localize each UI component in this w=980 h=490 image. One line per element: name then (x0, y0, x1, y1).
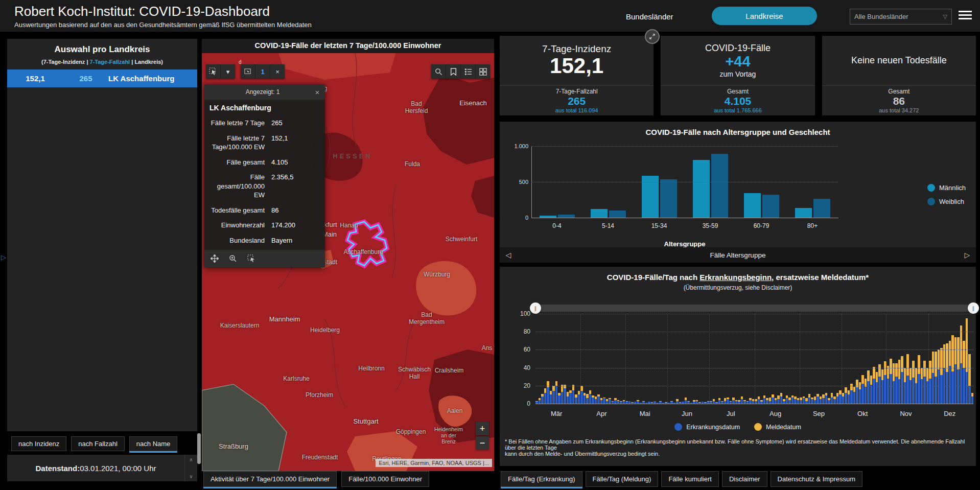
nav-landkreise-button[interactable]: Landkreise (712, 7, 817, 25)
chart-tab-disclaimer[interactable]: Disclaimer (722, 471, 767, 487)
map-label: Karlsruhe (283, 375, 309, 382)
map-canvas[interactable]: arburgBad HersfeldEisenachHESSENFuldakfu… (202, 53, 494, 471)
daily-bar (690, 403, 693, 404)
chevron-down-icon[interactable]: ▾ (221, 64, 235, 79)
chart-tab-f-lle-kumuliert[interactable]: Fälle kumuliert (661, 471, 719, 487)
daily-bar (584, 393, 586, 404)
daily-bar (651, 402, 654, 404)
daily-bar (685, 398, 687, 404)
daily-bar (640, 403, 642, 404)
daily-bar (547, 381, 549, 404)
meldedatum-segment (842, 393, 845, 396)
map-attribution: Esri, HERE, Garmin, FAO, NOAA, USGS |... (376, 459, 492, 467)
legend-dot (674, 423, 682, 431)
x-tick-label: Sep (813, 410, 825, 417)
menu-icon[interactable] (959, 11, 972, 21)
map-label: Heidenheim an der Brenz (434, 426, 463, 445)
erkrankung-segment (968, 386, 971, 404)
bookmark-icon[interactable] (446, 64, 461, 79)
chart-tab-f-lle-tag-meldung-[interactable]: Fälle/Tag (Meldung) (586, 471, 659, 487)
erkrankung-segment (833, 399, 836, 404)
daily-bar (850, 384, 853, 404)
sidebar-tab-nach-inzidenz[interactable]: nach Inzidenz (11, 436, 66, 451)
scroll-down-icon[interactable]: ∨ (189, 474, 193, 479)
erkrankung-segment (702, 402, 704, 404)
zoom-to-icon[interactable] (229, 254, 237, 263)
carousel-right-icon[interactable]: ▷ (959, 251, 976, 259)
legend-label: Männlich (939, 184, 966, 192)
erkrankung-segment (816, 396, 819, 404)
zoom-in-button[interactable]: + (476, 422, 489, 435)
carousel-left-icon[interactable]: ◁ (500, 251, 517, 259)
ts-chart-title: COVID-19-Fälle/Tag nach Erkrankungsbegin… (500, 273, 976, 282)
daily-bar (780, 393, 783, 404)
age-chart-title: COVID-19-Fälle nach Altersgruppe und Ges… (500, 128, 976, 136)
daily-bar (623, 400, 625, 404)
ts-chart-legend: ErkrankungsdatumMeldedatum (500, 423, 976, 431)
meldedatum-segment (915, 368, 918, 383)
legend-list-icon[interactable] (461, 64, 476, 79)
bundesland-select-value: Alle Bundesländer (854, 13, 908, 20)
daily-bar (901, 356, 903, 404)
scroll-up-icon[interactable]: ∧ (189, 457, 193, 462)
select-feature-icon[interactable] (247, 254, 255, 263)
basemap-grid-icon[interactable] (476, 64, 490, 79)
search-icon[interactable] (431, 64, 446, 79)
erkrankung-segment (657, 403, 659, 404)
slider-handle-right[interactable]: ∥ (968, 302, 979, 314)
erkrankung-segment (853, 392, 856, 404)
close-icon[interactable]: × (310, 88, 325, 97)
panel-expander-icon[interactable]: ▷ (1, 253, 6, 261)
erkrankung-segment (887, 379, 890, 404)
daily-bar (670, 401, 673, 404)
chart-tab-datenschutz-impressum[interactable]: Datenschutz & Impressum (771, 471, 862, 487)
kpi-caption: zum Vortag (720, 70, 756, 78)
popup-shown-count: Angezeigt: 1 (204, 88, 310, 96)
x-tick-label: 0-4 (552, 222, 561, 229)
map-tab-aktivit-t-ber-7-tage-100-000-einwohner[interactable]: Aktivität über 7 Tage/100.000 Einwohner (203, 471, 337, 487)
bundesland-select[interactable]: Alle Bundesländer ▽ (850, 9, 952, 25)
meldedatum-segment (893, 363, 895, 381)
sidebar-tab-nach-fallzahl[interactable]: nach Fallzahl (71, 436, 125, 451)
daily-bar (772, 394, 774, 404)
sidebar-tab-nach-name[interactable]: nach Name (129, 436, 177, 451)
daily-bar (631, 402, 634, 404)
erkrankung-segment (743, 401, 746, 404)
erkrankung-segment (558, 395, 561, 404)
erkrankung-segment (895, 377, 898, 404)
page-title: Robert Koch-Institut: COVID-19-Dashboard (14, 4, 270, 19)
meldedatum-segment (856, 380, 858, 388)
chart-tab-f-lle-tag-erkrankung-[interactable]: Fälle/Tag (Erkrankung) (501, 471, 582, 487)
daily-bar (755, 399, 757, 404)
map-label: Aalen (447, 407, 463, 414)
gridline (928, 314, 929, 404)
clear-selection-icon[interactable]: × (270, 64, 285, 79)
erkrankung-segment (788, 400, 791, 404)
meldedatum-segment (943, 344, 946, 368)
slider-handle-left[interactable]: ∥ (530, 302, 541, 314)
erkrankung-segment (564, 388, 566, 404)
map-label: Würzburg (424, 271, 450, 278)
erkrankung-segment (679, 403, 682, 404)
zoom-out-button[interactable]: − (476, 436, 489, 450)
time-range-slider[interactable] (535, 305, 973, 312)
erkrankung-segment (698, 403, 701, 404)
meldedatum-segment (586, 394, 589, 399)
landkreis-row-selected[interactable]: 152,1 265 LK Aschaffenburg (7, 69, 197, 87)
row-name: LK Aschaffenburg (108, 74, 197, 83)
datenstand-scrollbar[interactable]: ∧ ∨ (184, 455, 197, 481)
sidebar-scrollbar[interactable] (197, 433, 201, 464)
daily-bar (968, 354, 971, 404)
selection-filter-icon[interactable] (241, 64, 255, 79)
map-tab-f-lle-100-000-einwohner[interactable]: Fälle/100.000 Einwohner (341, 471, 429, 487)
expand-icon[interactable] (645, 29, 660, 44)
erkrankung-segment (760, 402, 763, 404)
map-label: Ans (482, 344, 493, 352)
lasso-select-icon[interactable] (206, 64, 221, 79)
erkrankung-segment (550, 394, 552, 404)
daily-bar (775, 398, 777, 404)
nav-bundeslaender-button[interactable]: Bundesländer (621, 10, 679, 23)
map-label: Mannheim (269, 315, 300, 323)
meldedatum-segment (949, 341, 951, 366)
pan-to-icon[interactable] (211, 254, 219, 263)
